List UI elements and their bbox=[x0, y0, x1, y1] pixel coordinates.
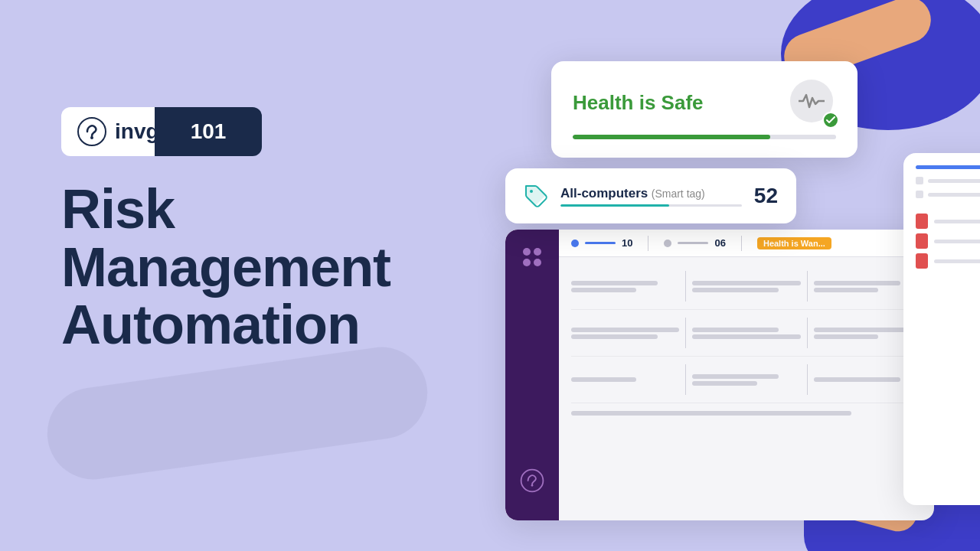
table-line-14 bbox=[692, 374, 779, 379]
computers-bar-fill bbox=[560, 204, 669, 207]
table-line-7 bbox=[571, 328, 679, 332]
title-line1: Risk bbox=[61, 181, 390, 239]
svg-point-4 bbox=[531, 484, 534, 487]
sidebar-dot-1 bbox=[523, 248, 531, 256]
computers-tag-label: (Smart tag) bbox=[652, 187, 705, 200]
sidebar-bottom-icon bbox=[518, 467, 546, 497]
ui-topbar: 10 06 Health is Wan... bbox=[559, 230, 934, 257]
ext-red-icon-3 bbox=[916, 253, 928, 269]
table-row-2 bbox=[571, 310, 922, 357]
svg-point-1 bbox=[90, 136, 93, 139]
health-bar-fill bbox=[573, 135, 770, 139]
sidebar-brand-icon bbox=[518, 467, 546, 494]
table-line-3 bbox=[692, 281, 800, 285]
pulse-icon bbox=[799, 92, 825, 110]
topbar-divider-1 bbox=[648, 236, 648, 251]
table-line-2 bbox=[571, 288, 636, 292]
tag-icon bbox=[524, 184, 548, 208]
ext-line-1 bbox=[928, 179, 980, 183]
sidebar-dot-3 bbox=[523, 259, 531, 266]
table-line-4 bbox=[692, 288, 779, 292]
topbar-line-2 bbox=[678, 242, 708, 244]
table-cell-3-1 bbox=[571, 377, 679, 382]
ui-extended-panel bbox=[903, 153, 980, 505]
health-check-badge bbox=[822, 112, 839, 129]
table-cell-1-1 bbox=[571, 281, 679, 292]
table-line-8 bbox=[571, 334, 658, 339]
ext-doc-line-2 bbox=[934, 240, 980, 243]
table-cell-3-2 bbox=[692, 374, 800, 386]
right-panel: Health is Safe bbox=[490, 46, 980, 520]
sidebar-dot-2 bbox=[534, 248, 541, 256]
svg-point-2 bbox=[530, 190, 533, 193]
table-divider-5 bbox=[685, 364, 686, 395]
ui-sidebar bbox=[505, 230, 559, 520]
table-line-5 bbox=[814, 281, 900, 285]
table-cell-1-2 bbox=[692, 281, 800, 292]
table-cell-2-2 bbox=[692, 328, 800, 339]
sidebar-icon-dots bbox=[520, 245, 544, 269]
topbar-count-2: 06 bbox=[714, 237, 725, 249]
health-title: Health is Safe bbox=[573, 91, 704, 115]
title-line2: Management bbox=[61, 239, 390, 297]
svg-point-0 bbox=[78, 118, 106, 145]
ext-doc-line-1 bbox=[934, 220, 980, 223]
main-title: Risk Management Automation bbox=[61, 181, 390, 354]
health-card: Health is Safe bbox=[551, 61, 858, 158]
ext-red-icon-1 bbox=[916, 214, 928, 229]
computers-card: All-computers (Smart tag) 52 bbox=[505, 168, 796, 223]
table-row-1 bbox=[571, 263, 922, 310]
computers-count: 52 bbox=[754, 184, 778, 208]
table-line-13 bbox=[571, 377, 636, 382]
table-line-1 bbox=[571, 281, 658, 285]
table-divider-3 bbox=[685, 318, 686, 348]
topbar-dot-gray bbox=[664, 240, 671, 247]
table-line-9 bbox=[692, 328, 779, 332]
table-divider-6 bbox=[807, 364, 808, 395]
computers-bar bbox=[560, 204, 742, 207]
table-divider-1 bbox=[685, 271, 686, 302]
bg-brushstroke bbox=[41, 341, 433, 485]
title-line3: Automation bbox=[61, 296, 390, 354]
ext-doc-line-3 bbox=[934, 259, 980, 263]
health-icon-container bbox=[790, 80, 836, 126]
topbar-dot-blue bbox=[571, 240, 579, 247]
checkmark-icon bbox=[826, 116, 835, 124]
table-row-4 bbox=[571, 403, 922, 423]
health-card-header: Health is Safe bbox=[573, 80, 836, 126]
ui-table-content: 10 06 Health is Wan... bbox=[559, 230, 934, 520]
ext-row-1 bbox=[916, 177, 980, 184]
logo-box: invgate 101 bbox=[61, 107, 260, 156]
ext-dot-1 bbox=[916, 177, 923, 184]
ext-section-2 bbox=[916, 214, 980, 269]
topbar-line-1 bbox=[585, 242, 616, 244]
table-line-12 bbox=[814, 334, 879, 339]
topbar-item-2: 06 bbox=[664, 237, 725, 249]
table-line-16 bbox=[814, 377, 900, 382]
computers-info: All-computers (Smart tag) bbox=[560, 186, 742, 207]
invgate-logo-icon bbox=[77, 116, 107, 147]
table-line-17 bbox=[571, 411, 851, 416]
sidebar-dot-4 bbox=[534, 259, 541, 266]
topbar-count-1: 10 bbox=[622, 237, 632, 249]
ext-row-2 bbox=[916, 191, 980, 198]
ext-doc-3 bbox=[916, 253, 980, 269]
table-divider-4 bbox=[807, 318, 808, 348]
sidebar-dots-grid bbox=[523, 248, 541, 266]
left-panel: invgate 101 Risk Management Automation bbox=[61, 107, 390, 354]
computers-name-row: All-computers (Smart tag) bbox=[560, 186, 742, 201]
health-bar bbox=[573, 135, 836, 139]
ext-doc-2 bbox=[916, 233, 980, 249]
ext-line-2 bbox=[928, 193, 980, 197]
table-line-6 bbox=[814, 288, 879, 292]
ext-dot-2 bbox=[916, 191, 923, 198]
topbar-divider-2 bbox=[741, 236, 742, 251]
ext-red-icon-2 bbox=[916, 233, 928, 249]
table-divider-2 bbox=[807, 271, 808, 302]
computers-name: All-computers bbox=[560, 186, 648, 201]
ui-main-card: 10 06 Health is Wan... bbox=[505, 230, 934, 520]
health-warn-badge: Health is Wan... bbox=[757, 237, 831, 249]
topbar-item-1: 10 bbox=[571, 237, 632, 249]
table-cell-4-1 bbox=[571, 411, 922, 416]
svg-point-3 bbox=[521, 470, 544, 492]
